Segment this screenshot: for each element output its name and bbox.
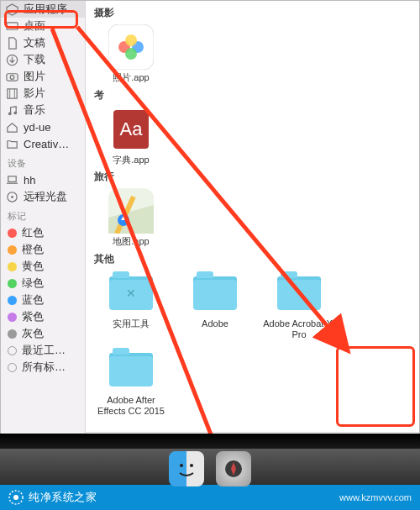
sidebar-tag[interactable]: 灰色	[1, 325, 85, 342]
file-icon: Aa	[108, 106, 155, 153]
file-label: 实用工具	[113, 318, 150, 329]
dock	[0, 449, 420, 489]
sidebar-item[interactable]: 音乐	[1, 102, 85, 118]
disc-icon	[6, 191, 18, 203]
camera-icon	[6, 71, 18, 83]
file-label: Adobe	[202, 318, 228, 329]
sidebar-item[interactable]: 应用程序	[1, 1, 85, 18]
file-label: 字典.app	[113, 155, 149, 166]
sidebar-item-label: 蓝色	[22, 292, 44, 308]
file-item[interactable]: Adobe Acrobat XI Pro	[260, 270, 338, 339]
file-icon	[108, 24, 155, 71]
finder-window: 应用程序桌面文稿下载图片影片音乐yd-ueCreativ… 设备 hh远程光盘 …	[0, 0, 420, 451]
file-item[interactable]: 照片.app	[92, 24, 170, 83]
folder-icon	[6, 138, 18, 150]
watermark-logo-icon	[8, 490, 24, 505]
sidebar-tag[interactable]: 黄色	[1, 258, 85, 275]
sidebar-tag[interactable]: 红色	[1, 224, 85, 241]
tag-dot-icon	[8, 296, 17, 305]
home-icon	[6, 121, 18, 134]
sidebar-item[interactable]: 下载	[1, 51, 85, 68]
file-icon	[108, 187, 155, 234]
svg-point-12	[11, 196, 13, 198]
sidebar-header-devices: 设备	[1, 152, 85, 171]
tag-dot-icon	[8, 313, 17, 322]
file-icon	[108, 270, 155, 317]
sidebar-item-label: Creativ…	[24, 138, 69, 150]
file-label: 照片.app	[113, 72, 149, 83]
tag-dot-icon	[8, 229, 17, 238]
sidebar-item-label: 紫色	[22, 309, 44, 324]
svg-point-7	[8, 112, 12, 115]
sidebar-item-label: hh	[24, 174, 35, 187]
sidebar-item[interactable]: Creativ…	[1, 135, 85, 152]
file-item[interactable]: Aa字典.app	[92, 106, 170, 166]
sidebar-tag[interactable]: 绿色	[1, 275, 85, 292]
sidebar-item[interactable]: 影片	[1, 85, 85, 102]
sidebar-item-label: 音乐	[24, 103, 45, 118]
svg-point-26	[180, 464, 183, 467]
section-header: 其他	[94, 252, 412, 266]
tag-dot-icon	[8, 363, 17, 372]
sidebar-item-label: yd-ue	[24, 121, 51, 134]
svg-rect-4	[8, 88, 17, 97]
sidebar-header-tags: 标记	[1, 205, 85, 224]
file-icon	[192, 270, 239, 317]
download-icon	[6, 54, 18, 66]
svg-rect-0	[7, 22, 18, 29]
watermark-url: www.kzmvvv.com	[339, 492, 412, 502]
svg-point-16	[125, 34, 137, 46]
sidebar-tag[interactable]: 蓝色	[1, 292, 85, 308]
sidebar-item-label: 灰色	[22, 326, 44, 341]
sidebar-item-label: 黄色	[22, 259, 44, 274]
sidebar-tag[interactable]: 橙色	[1, 241, 85, 258]
tag-dot-icon	[8, 346, 17, 355]
tag-dot-icon	[8, 279, 17, 288]
sidebar-item-label: 最近工…	[22, 343, 66, 358]
file-label: Adobe After Effects CC 2015	[92, 395, 170, 416]
sidebar-tag[interactable]: 所有标…	[1, 359, 85, 376]
file-item[interactable]: Adobe	[176, 270, 254, 339]
tag-dot-icon	[8, 329, 17, 339]
file-item[interactable]: 实用工具	[92, 270, 170, 339]
watermark-bar: 纯净系统之家 www.kzmvvv.com	[0, 485, 420, 510]
file-item[interactable]: 地图.app	[92, 187, 170, 247]
file-item[interactable]: Adobe After Effects CC 2015	[92, 346, 170, 416]
desktop-icon	[6, 20, 18, 33]
film-icon	[6, 87, 18, 100]
svg-point-3	[10, 75, 14, 79]
sidebar-item[interactable]: 图片	[1, 68, 85, 85]
dock-finder-icon[interactable]	[169, 451, 204, 486]
sidebar-item-label: 绿色	[22, 276, 44, 291]
svg-point-27	[190, 464, 193, 467]
sidebar-tag[interactable]: 紫色	[1, 308, 85, 325]
sidebar-item-label: 应用程序	[24, 2, 67, 17]
sidebar-item-label: 橙色	[22, 242, 44, 257]
svg-point-8	[13, 111, 17, 114]
sidebar-item-label: 下载	[24, 52, 45, 67]
sidebar-item-label: 远程光盘	[24, 189, 67, 204]
dock-launchpad-icon[interactable]	[216, 451, 251, 486]
sidebar-device[interactable]: 远程光盘	[1, 188, 85, 205]
main-pane: 摄影照片.app考Aa字典.app旅行地图.app其他实用工具AdobeAdob…	[86, 1, 419, 450]
watermark-brand: 纯净系统之家	[29, 490, 97, 505]
tag-dot-icon	[8, 245, 17, 255]
sidebar-device[interactable]: hh	[1, 171, 85, 188]
sidebar-item-label: 影片	[24, 86, 45, 101]
sidebar-item[interactable]: 桌面	[1, 18, 85, 34]
sidebar-tag[interactable]: 最近工…	[1, 342, 85, 359]
laptop-icon	[6, 174, 18, 187]
section-header: 旅行	[94, 170, 412, 184]
file-icon	[108, 346, 155, 393]
file-label: Adobe Acrobat XI Pro	[260, 318, 338, 339]
svg-point-30	[13, 495, 18, 500]
svg-rect-13	[108, 24, 154, 70]
doc-icon	[6, 37, 18, 50]
section-header: 考	[94, 88, 412, 103]
svg-rect-9	[8, 176, 16, 181]
sidebar-item[interactable]: yd-ue	[1, 118, 85, 135]
sidebar-item-label: 所有标…	[22, 360, 66, 375]
svg-text:Aa: Aa	[120, 118, 144, 139]
sidebar-item-label: 红色	[22, 225, 44, 240]
sidebar-item[interactable]: 文稿	[1, 34, 85, 51]
